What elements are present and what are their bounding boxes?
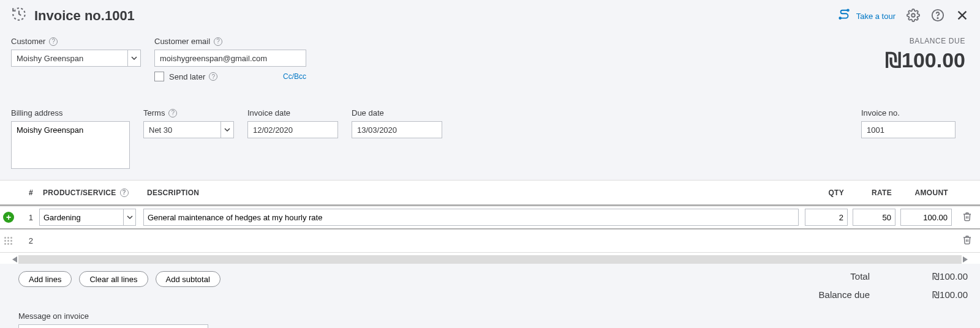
delete-row-button[interactable] bbox=[962, 235, 972, 247]
invoice-date-field: Invoice date bbox=[247, 108, 338, 138]
balance-label: Balance due bbox=[819, 289, 870, 300]
customer-email-label: Customer email bbox=[154, 37, 210, 46]
due-date-field: Due date bbox=[352, 108, 442, 138]
terms-input[interactable] bbox=[143, 121, 221, 138]
help-icon bbox=[931, 9, 944, 24]
send-later-label: Send later bbox=[169, 72, 205, 81]
customer-input[interactable] bbox=[11, 50, 127, 67]
drag-handle[interactable] bbox=[4, 237, 13, 245]
table-header: # PRODUCT/SERVICE? DESCRIPTION QTY RATE … bbox=[0, 181, 980, 206]
qty-input[interactable] bbox=[805, 209, 848, 226]
close-icon bbox=[956, 9, 969, 24]
balance-due: BALANCE DUE ₪100.00 bbox=[885, 37, 969, 72]
customer-label: Customer bbox=[11, 37, 45, 46]
toolbar: Take a tour bbox=[838, 9, 969, 24]
billing-field: Billing address bbox=[11, 108, 130, 169]
totals: Total₪100.00 Balance due₪100.00 bbox=[819, 271, 968, 308]
due-date-label: Due date bbox=[352, 108, 442, 117]
gear-icon bbox=[907, 9, 920, 24]
route-icon bbox=[838, 9, 851, 24]
ccbcc-link[interactable]: Cc/Bcc bbox=[283, 72, 306, 81]
due-date-input[interactable] bbox=[352, 121, 442, 138]
details-row: Billing address Terms? Invoice date Due … bbox=[0, 106, 980, 176]
rate-input[interactable] bbox=[853, 209, 895, 226]
page-title: Invoice no.1001 bbox=[11, 6, 135, 26]
terms-label: Terms bbox=[143, 108, 165, 117]
clear-lines-button[interactable]: Clear all lines bbox=[79, 271, 148, 287]
customer-email-field: Customer email? Send later ? Cc/Bcc bbox=[154, 37, 307, 81]
row-num: 1 bbox=[17, 213, 37, 222]
table-row: 2 bbox=[0, 229, 980, 253]
delete-row-button[interactable] bbox=[962, 212, 972, 223]
take-tour-link[interactable]: Take a tour bbox=[838, 9, 895, 24]
add-line-button[interactable]: + bbox=[3, 212, 14, 223]
send-later-checkbox[interactable] bbox=[154, 72, 164, 81]
chevron-down-icon bbox=[131, 54, 137, 63]
invoice-no-label: Invoice no. bbox=[861, 108, 956, 117]
chevron-down-icon bbox=[224, 125, 230, 135]
topbar: Invoice no.1001 Take a tour bbox=[0, 0, 980, 34]
description-input[interactable] bbox=[143, 209, 799, 226]
add-subtotal-button[interactable]: Add subtotal bbox=[156, 271, 221, 287]
help-icon[interactable]: ? bbox=[120, 188, 129, 197]
invoice-date-input[interactable] bbox=[247, 121, 338, 138]
col-rate: RATE bbox=[850, 188, 898, 197]
col-amount: AMOUNT bbox=[898, 188, 954, 197]
horizontal-scrollbar[interactable] bbox=[18, 255, 962, 264]
message-label: Message on invoice bbox=[18, 311, 980, 321]
customer-email-input[interactable] bbox=[154, 50, 306, 67]
terms-field: Terms? bbox=[143, 108, 234, 138]
total-label: Total bbox=[850, 271, 870, 282]
invoice-no-input[interactable] bbox=[861, 121, 956, 138]
terms-dropdown-button[interactable] bbox=[221, 121, 234, 138]
col-product: PRODUCT/SERVICE bbox=[43, 188, 116, 197]
svg-point-4 bbox=[937, 17, 938, 18]
help-icon[interactable]: ? bbox=[214, 37, 222, 46]
take-tour-label: Take a tour bbox=[856, 12, 895, 21]
col-num: # bbox=[17, 188, 37, 197]
billing-textarea[interactable] bbox=[11, 121, 130, 169]
chevron-down-icon bbox=[127, 213, 133, 222]
svg-point-0 bbox=[839, 17, 841, 19]
help-icon[interactable]: ? bbox=[49, 37, 58, 46]
history-icon[interactable] bbox=[11, 6, 27, 26]
customer-row: Customer? Customer email? Send later ? C… bbox=[0, 34, 980, 89]
amount-input[interactable] bbox=[900, 209, 952, 226]
settings-button[interactable] bbox=[907, 9, 920, 24]
svg-point-1 bbox=[847, 9, 849, 11]
help-icon[interactable]: ? bbox=[209, 72, 217, 81]
invoice-date-label: Invoice date bbox=[247, 108, 338, 117]
total-value: ₪100.00 bbox=[907, 271, 968, 282]
customer-dropdown-button[interactable] bbox=[127, 50, 141, 67]
actions-totals-row: Add lines Clear all lines Add subtotal T… bbox=[0, 264, 980, 308]
table-row: + 1 bbox=[0, 206, 980, 229]
product-input[interactable] bbox=[39, 209, 124, 226]
col-desc: DESCRIPTION bbox=[140, 188, 802, 197]
help-icon[interactable]: ? bbox=[168, 109, 177, 117]
page-title-text: Invoice no.1001 bbox=[34, 8, 135, 24]
message-field: Message on invoice bbox=[18, 311, 980, 328]
line-items-table: # PRODUCT/SERVICE? DESCRIPTION QTY RATE … bbox=[0, 180, 980, 264]
message-input[interactable] bbox=[18, 324, 208, 328]
trash-icon bbox=[962, 214, 972, 223]
balance-due-amount: ₪100.00 bbox=[885, 48, 965, 72]
balance-value: ₪100.00 bbox=[907, 289, 968, 300]
col-qty: QTY bbox=[802, 188, 850, 197]
trash-icon bbox=[962, 237, 972, 247]
row-num: 2 bbox=[17, 236, 37, 245]
add-lines-button[interactable]: Add lines bbox=[18, 271, 72, 287]
svg-point-2 bbox=[911, 13, 915, 17]
customer-field: Customer? bbox=[11, 37, 141, 67]
invoice-no-field: Invoice no. bbox=[861, 108, 956, 138]
help-button[interactable] bbox=[931, 9, 944, 24]
product-dropdown-button[interactable] bbox=[124, 209, 136, 226]
close-button[interactable] bbox=[956, 9, 969, 24]
balance-due-label: BALANCE DUE bbox=[885, 37, 965, 45]
billing-label: Billing address bbox=[11, 108, 130, 117]
